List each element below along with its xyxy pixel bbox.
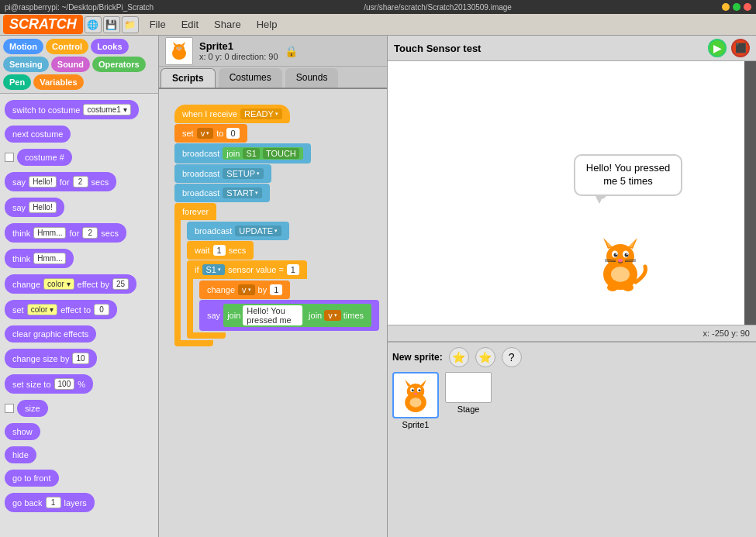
cat-looks[interactable]: Looks [91, 39, 128, 54]
list-item[interactable]: change size by 10 [5, 349, 154, 368]
stop-button[interactable]: ⬛ [731, 39, 750, 57]
list-item[interactable]: set size to 100 % [5, 374, 154, 394]
block-say-for[interactable]: say Hello! for 2 secs [5, 172, 116, 191]
block-say[interactable]: say Hello! [5, 198, 64, 217]
join-touch[interactable]: TOUCH [263, 148, 299, 159]
block-set-v[interactable]: set v ▾ to 0 [174, 124, 247, 143]
list-item[interactable]: go to front [5, 470, 154, 487]
block-hide[interactable]: hide [5, 446, 36, 463]
cat-control[interactable]: Control [46, 39, 88, 54]
tab-scripts[interactable]: Scripts [161, 68, 216, 88]
block-costume-num[interactable]: costume # [17, 149, 72, 166]
list-item[interactable]: say Hello! for 2 secs [5, 172, 154, 191]
menu-file[interactable]: File [147, 17, 169, 32]
block-size[interactable]: size [17, 400, 48, 417]
add-sprite-surprise-button[interactable]: ⭐ [475, 347, 495, 367]
list-item[interactable]: go back 1 layers [5, 493, 154, 512]
sprite-name: Sprite1 [199, 40, 278, 52]
sprite-preview-sprite1 [396, 376, 435, 415]
block-set-effect[interactable]: set color ▾ effect to 0 [5, 300, 117, 319]
tab-sounds[interactable]: Sounds [285, 68, 339, 88]
folder-icon[interactable]: 📁 [122, 16, 139, 33]
list-item[interactable]: switch to costume costume1 ▾ [5, 100, 154, 119]
sprites-header: New sprite: ⭐ ⭐ ? [392, 347, 751, 367]
checkbox-size[interactable] [5, 404, 14, 413]
dropdown-setup[interactable]: SETUP ▾ [223, 168, 264, 179]
block-broadcast-update[interactable]: broadcast UPDATE ▾ [187, 222, 289, 240]
block-forever[interactable]: forever [174, 203, 216, 220]
language-icon[interactable]: 🌐 [85, 16, 102, 33]
dropdown-v1[interactable]: v ▾ [197, 128, 214, 139]
menu-help[interactable]: Help [254, 17, 281, 32]
save-icon[interactable]: 💾 [103, 16, 120, 33]
dropdown-start[interactable]: START ▾ [223, 188, 262, 198]
block-change-v[interactable]: change v ▾ by 1 [199, 281, 290, 299]
block-broadcast-start[interactable]: broadcast START ▾ [174, 184, 270, 202]
input-by[interactable]: 1 [270, 284, 282, 295]
block-next-costume[interactable]: next costume [5, 126, 71, 143]
cat-motion[interactable]: Motion [3, 39, 43, 54]
cat-pen[interactable]: Pen [3, 74, 31, 90]
add-sprite-paint-button[interactable]: ⭐ [449, 347, 469, 367]
menu-edit[interactable]: Edit [178, 17, 202, 32]
list-item[interactable]: say Hello! [5, 198, 154, 217]
block-think-for[interactable]: think Hmm... for 2 secs [5, 223, 126, 243]
block-switch-costume[interactable]: switch to costume costume1 ▾ [5, 100, 139, 119]
green-flag-button[interactable]: ▶ [708, 39, 727, 57]
block-say-join[interactable]: say join Hello! You pressed me join v ▾ … [199, 300, 379, 331]
block-when-receive[interactable]: when I receive READY ▾ [174, 105, 290, 123]
stage-display[interactable]: Hello! You pressed me 5 times [388, 61, 744, 325]
dropdown-update[interactable]: UPDATE ▾ [235, 225, 281, 236]
block-change-effect[interactable]: change color ▾ effect by 25 [5, 274, 136, 294]
tab-costumes[interactable]: Costumes [219, 68, 282, 88]
dropdown-ready[interactable]: READY ▾ [240, 108, 282, 119]
input-sensor-val[interactable]: 1 [287, 264, 299, 275]
stage-title: Touch Sensor test [394, 43, 481, 54]
menu-share[interactable]: Share [211, 17, 244, 32]
lock-icon[interactable]: 🔒 [285, 45, 298, 57]
checkbox-costume[interactable] [5, 153, 14, 162]
window-controls[interactable] [722, 3, 751, 11]
minimize-button[interactable] [722, 3, 730, 11]
stage-header: Touch Sensor test ▶ ⬛ [388, 36, 756, 61]
join-s1[interactable]: S1 [243, 148, 259, 159]
input-zero[interactable]: 0 [226, 128, 239, 139]
cat-sound[interactable]: Sound [51, 57, 90, 72]
svg-point-26 [607, 284, 618, 291]
dropdown-v2[interactable]: v ▾ [238, 284, 255, 295]
block-set-size[interactable]: set size to 100 % [5, 374, 93, 394]
list-item[interactable]: set color ▾ effect to 0 [5, 300, 154, 319]
dropdown-v3[interactable]: v ▾ [324, 310, 341, 321]
block-change-size[interactable]: change size by 10 [5, 349, 97, 368]
maximize-button[interactable] [733, 3, 740, 11]
block-show[interactable]: show [5, 423, 40, 440]
cat-variables[interactable]: Variables [33, 74, 83, 90]
list-item[interactable]: clear graphic effects [5, 325, 154, 343]
add-sprite-file-button[interactable]: ? [502, 347, 522, 367]
dropdown-s1[interactable]: S1 ▾ [202, 264, 225, 275]
sprite-item-stage[interactable]: Stage [445, 372, 492, 429]
close-button[interactable] [744, 3, 751, 11]
block-go-back[interactable]: go back 1 layers [5, 493, 95, 512]
list-item[interactable]: show [5, 423, 154, 440]
list-item[interactable]: think Hmm... for 2 secs [5, 223, 154, 243]
input-hello-text[interactable]: Hello! You pressed me [243, 305, 302, 325]
block-if[interactable]: if S1 ▾ sensor value = 1 [187, 260, 307, 279]
scripts-canvas[interactable]: when I receive READY ▾ set v ▾ to 0 broa… [159, 89, 387, 537]
block-think[interactable]: think Hmm... [5, 249, 74, 268]
block-broadcast-setup[interactable]: broadcast SETUP ▾ [174, 164, 271, 183]
right-panel: Touch Sensor test ▶ ⬛ Hello! You pressed… [388, 36, 756, 537]
block-broadcast-join[interactable]: broadcast join S1 TOUCH [174, 143, 311, 164]
list-item[interactable]: change color ▾ effect by 25 [5, 274, 154, 294]
list-item[interactable]: think Hmm... [5, 249, 154, 268]
cat-sensing[interactable]: Sensing [3, 57, 49, 72]
sprite-item-sprite1[interactable]: Sprite1 [392, 372, 439, 429]
input-wait[interactable]: 1 [213, 245, 226, 256]
sprite-header: Sprite1 x: 0 y: 0 direction: 90 🔒 [159, 36, 387, 67]
cat-operators[interactable]: Operators [92, 57, 146, 72]
list-item[interactable]: hide [5, 446, 154, 463]
block-clear-effects[interactable]: clear graphic effects [5, 325, 96, 343]
block-go-front[interactable]: go to front [5, 470, 59, 487]
block-wait[interactable]: wait 1 secs [187, 241, 254, 260]
list-item[interactable]: next costume [5, 126, 154, 143]
